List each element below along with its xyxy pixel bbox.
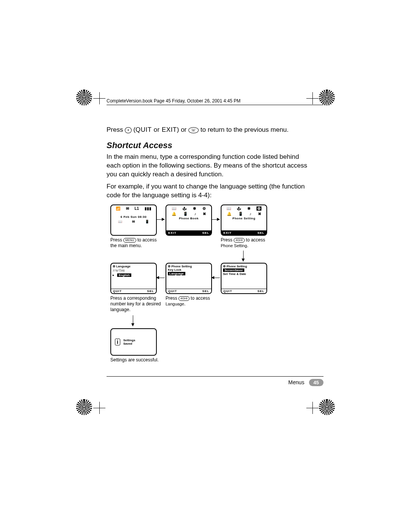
cap-press: Press: [166, 296, 177, 301]
cap-target: Phone Setting: [221, 243, 247, 248]
end-key-icon: ☏: [188, 127, 199, 133]
arrow-icon: [212, 278, 220, 278]
screen-phonesetting-list1: ⚙ Phone Setting ScreenSaver Set Time & D…: [221, 263, 267, 294]
ps-title: Phone Setting: [171, 265, 192, 268]
softkey-sel: SEL: [257, 289, 264, 293]
ps-screensaver: ScreenSaver: [223, 268, 244, 272]
softkey-quit: QUIT: [168, 289, 177, 293]
crop-mark: [93, 402, 105, 414]
section-heading: Shortcut Access: [107, 140, 308, 151]
page-footer: Menus 45: [107, 376, 323, 386]
screen-settings-saved: i Settings Saved: [110, 328, 157, 356]
softkey-icon: •: [125, 127, 132, 133]
arrow-icon: [211, 219, 220, 220]
4-key-icon: 4GHI: [234, 238, 245, 243]
page-number: 45: [309, 379, 323, 386]
idle-date: 6 Feb Sun 08:30: [111, 211, 156, 219]
menu-title-phonesetting: Phone Setting: [221, 216, 266, 220]
screen-language-menu: ⚙ Language ภาษาไทย ▸English QUITSEL: [110, 263, 157, 294]
cap-target: Language: [166, 302, 184, 306]
cap-rest: to access: [246, 237, 265, 243]
screen-phonesetting-list2: ⚙ Phone Setting Key Lock Language QUITSE…: [166, 263, 212, 294]
caption-phonesetting: Press 4GHI to access Phone Setting.: [221, 237, 274, 249]
crop-mark: [93, 92, 105, 104]
print-mark: [76, 399, 92, 415]
softkey-quit: QUIT: [223, 289, 232, 293]
print-mark: [76, 89, 92, 105]
return-text: to return to the previous menu.: [201, 126, 289, 133]
footer-label: Menus: [288, 379, 304, 385]
header-text: CompleteVersion.book Page 45 Friday, Oct…: [107, 98, 241, 104]
screen-idle: 📶✉L1▮▮▮ 6 Feb Sun 08:30 📖✉📱: [110, 204, 157, 236]
cap-press: Press: [110, 237, 122, 243]
lang-english: English: [117, 273, 131, 277]
saved-line1: Settings: [123, 339, 135, 342]
quit-exit-keys: QUIT or EXIT: [135, 126, 177, 133]
saved-line2: Saved: [123, 342, 135, 345]
softkey-sel: SEL: [257, 231, 264, 235]
arrow-icon: [156, 278, 165, 278]
paragraph-1: In the main menu, type a corresponding f…: [107, 153, 308, 179]
crop-mark: [306, 402, 319, 414]
ps-language: Language: [168, 272, 185, 275]
softkey-quit: QUIT: [113, 289, 122, 293]
4-key-icon: 4GHI: [178, 296, 190, 301]
press-word: Press: [107, 126, 123, 133]
caption-idle: Press MENU to access the main menu.: [110, 237, 164, 249]
softkey-sel: SEL: [202, 289, 209, 293]
arrow-icon: [133, 315, 133, 326]
softkey-exit: EXIT: [168, 231, 177, 235]
or-word: or: [181, 126, 186, 133]
lang-thai: ภาษาไทย: [111, 268, 156, 273]
paragraph-2: For example, if you want to change the l…: [107, 182, 308, 200]
cap-rest: to access: [191, 296, 210, 301]
cap-press: Press: [221, 237, 233, 243]
arrow-icon: [243, 251, 244, 261]
arrow-icon: [156, 219, 164, 220]
ps-keylock: Key Lock: [166, 268, 211, 272]
softkey-sel: SEL: [147, 289, 154, 293]
caption-ps-language: Press 4GHI to access Language.: [166, 296, 219, 307]
press-line: Press • (QUIT or EXIT) or ☏ to return to…: [107, 126, 308, 134]
line-indicator: L1: [134, 206, 139, 211]
ps-settime: Set Time & Date: [221, 272, 266, 276]
ps-title: Phone Setting: [226, 265, 247, 268]
lang-title: Language: [116, 265, 131, 268]
caption-saved: Settings are successful.: [110, 357, 164, 363]
softkey-sel: SEL: [202, 231, 209, 235]
softkey-exit: EXIT: [223, 231, 232, 235]
menu-title-phonebook: Phone Book: [166, 216, 211, 220]
screen-phonebook: 📖🕹✱⚙ 🔔📱♪✖ Phone Book EXITSEL: [166, 204, 212, 236]
menu-key-icon: MENU: [123, 238, 136, 243]
screen-phonesetting: 📖🕹✱⚙ 🔔📱♪✖ Phone Setting EXITSEL: [221, 204, 267, 236]
caption-language: Press a corresponding number key for a d…: [110, 296, 164, 313]
pdf-header: CompleteVersion.book Page 45 Friday, Oct…: [107, 98, 323, 105]
print-mark: [319, 399, 335, 415]
